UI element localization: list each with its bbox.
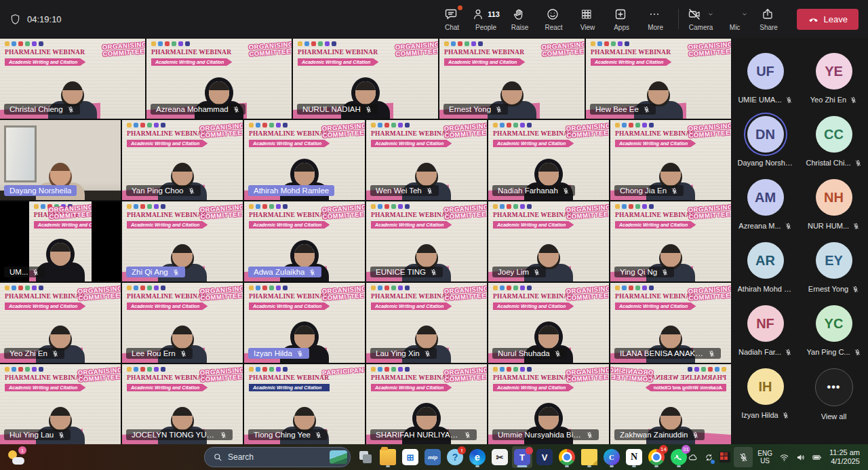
chrome-profile-icon[interactable]: 14 (646, 446, 667, 468)
people-button[interactable]: 113 People (469, 4, 503, 34)
video-tile[interactable]: PHARMALINE WEBINAR Academic Writing and … (610, 283, 731, 363)
view-all-button[interactable]: ••• View all (800, 368, 868, 420)
participant-name: Athirah Mohd R... (738, 285, 793, 293)
onedrive-tray-icon[interactable] (685, 447, 700, 467)
video-tile[interactable]: PHARMALINE WEBINAR Academic Writing and … (122, 120, 243, 200)
video-tile[interactable]: PHARMALINE WEBINAR Academic Writing and … (0, 283, 121, 363)
participant-name-pill: Wen Wei Teh (370, 185, 439, 196)
volume-tray-icon[interactable] (793, 447, 808, 467)
participant-avatar[interactable]: NF Nadiah Far... (731, 305, 800, 356)
participant-avatar[interactable]: AR Athirah Mohd R... (731, 242, 800, 293)
sync-tray-icon[interactable] (701, 447, 716, 467)
video-tile[interactable]: PHARMALINE WEBINAR Academic Writing and … (366, 120, 487, 200)
chevron-down-icon[interactable] (741, 10, 749, 18)
video-tile[interactable]: PHARMALINE WEBINAR Academic Writing and … (488, 120, 609, 200)
participant-avatar[interactable]: AM Azreana M... (731, 179, 800, 230)
video-tile[interactable]: PHARMALINE WEBINAR Academic Writing and … (439, 39, 585, 119)
camera-button[interactable]: Camera (684, 4, 718, 34)
teams-mic-muted-indicator[interactable] (734, 447, 753, 467)
video-tile[interactable]: PHARMALINE WEBINAR Academic Writing and … (610, 364, 731, 444)
leave-button[interactable]: Leave (797, 9, 859, 30)
share-button[interactable]: Share (752, 4, 786, 34)
apps-button[interactable]: Apps (605, 4, 639, 34)
chrome-icon[interactable] (557, 446, 577, 468)
video-tile[interactable]: PHARMALINE WEBINAR Academic Writing and … (122, 364, 243, 444)
taskbar-search[interactable]: Search (204, 447, 351, 467)
notion-icon[interactable]: N (624, 446, 644, 468)
mic-off-icon (661, 269, 669, 276)
participant-avatar[interactable]: YC Yan Ping C... (800, 305, 868, 356)
video-tile[interactable]: PHARMALINE WEBINAR Academic Writing and … (488, 283, 609, 363)
quick-assist-icon[interactable]: ? (445, 446, 465, 468)
task-view-button[interactable] (355, 446, 376, 468)
canva-icon[interactable]: C (601, 446, 622, 468)
mic-button[interactable]: Mic (718, 4, 752, 34)
video-tile[interactable]: PHARMALINE WEBINAR Academic Writing and … (586, 39, 731, 119)
video-tile[interactable]: PHARMALINE WEBINAR Academic Writing and … (244, 201, 365, 281)
sticky-notes-icon[interactable] (579, 446, 599, 468)
video-tile[interactable]: PHARMALINE WEBINAR Academic Writing and … (0, 39, 145, 119)
v-app-icon[interactable]: V (534, 446, 555, 468)
react-button[interactable]: React (537, 4, 571, 34)
video-tile[interactable]: PHARMALINE WEBINAR Academic Writing and … (146, 39, 292, 119)
notion-icon: N (626, 449, 642, 465)
view-button[interactable]: View (571, 4, 605, 34)
video-tile[interactable]: PHARMALINE WEBINAR Academic Writing and … (293, 39, 438, 119)
raise-button[interactable]: Raise (503, 4, 537, 34)
video-tile[interactable]: PHARMALINE WEBINAR Academic Writing and … (366, 201, 487, 281)
video-tile[interactable]: PHARMALINE WEBINAR Academic Writing and … (244, 364, 365, 444)
language-switcher[interactable]: ENG US (754, 450, 776, 465)
participant-avatar[interactable]: YE Yeo Zhi En (800, 53, 868, 104)
video-tile[interactable]: PHARMALINE WEBINAR Academic Writing and … (366, 283, 487, 363)
more-button[interactable]: More (639, 4, 673, 34)
security-tray-icon[interactable] (717, 447, 732, 467)
participant-name: NURUL NADIAH (302, 105, 361, 113)
video-tile[interactable]: PHARMALINE WEBINAR Academic Writing and … (122, 201, 243, 281)
widgets-badge: 1 (18, 446, 26, 454)
toolbar-divider (678, 9, 679, 29)
webinar-title: PHARMALINE WEBINAR (127, 212, 207, 218)
participant-avatar[interactable]: UF UMIE UMA... (731, 53, 800, 104)
battery-tray-icon[interactable] (810, 447, 825, 467)
widgets-button[interactable]: 1 (7, 449, 24, 465)
toolbar-label: View (580, 24, 595, 31)
video-grid-row: PHARMALINE WEBINAR Academic Writing and … (0, 39, 731, 119)
video-tile[interactable]: PHARMALINE WEBINAR Academic Writing and … (488, 364, 609, 444)
participant-avatar[interactable]: EY Ernest Yong (800, 242, 868, 293)
wifi-tray-icon[interactable] (777, 447, 792, 467)
start-button[interactable] (179, 446, 199, 468)
video-tile[interactable]: PHARMALINE WEBINAR Academic Writing and … (244, 283, 365, 363)
participant-name-pill: Ernest Yong (443, 104, 508, 115)
video-tile[interactable]: PHARMALINE WEBINAR Academic Writing and … (244, 120, 365, 200)
chat-button[interactable]: Chat (435, 4, 469, 34)
mic-off-icon (220, 431, 227, 439)
chevron-down-icon[interactable] (707, 10, 715, 18)
video-tile[interactable]: PHARMALINE WEBINAR Academic Writing and … (610, 120, 731, 200)
committee-label: ORGANISING COMMITTEE (566, 123, 607, 139)
mic-off-icon (738, 452, 749, 463)
mlp-app-icon[interactable]: mlp (422, 446, 443, 468)
video-tile[interactable]: PHARMALINE WEBINAR Academic Writing and … (366, 364, 487, 444)
video-tile[interactable]: PHARMALINE WEBINAR Academic Writing and … (488, 201, 609, 281)
participant-avatar[interactable]: IH Izyan Hilda (731, 368, 800, 420)
tray-chevron-up[interactable] (669, 447, 684, 467)
participant-name-pill: Ummie Nursyahida Bin... (492, 429, 599, 440)
edge-icon[interactable]: e (467, 446, 488, 468)
microsoft-store-icon[interactable]: ⊞ (400, 446, 420, 468)
taskbar-clock[interactable]: 11:25 am 4/1/2025 (826, 448, 865, 466)
video-tile[interactable]: PHARMALINE WEBINAR Academic Writing and … (122, 283, 243, 363)
video-tile[interactable]: PHARMALINE WEBINAR Academic Writing and … (0, 364, 121, 444)
participant-avatar[interactable]: DN Dayang Norshe... (731, 116, 800, 167)
committee-label: ORGANISING COMMITTEE (199, 204, 241, 220)
video-tile[interactable]: PHARMALINE WEBINAR Academic Writing and … (0, 120, 121, 200)
webinar-logos (249, 286, 288, 290)
snipping-tool-icon[interactable]: ✂ (490, 446, 510, 468)
teams-icon[interactable]: T (512, 446, 532, 468)
participant-avatar[interactable]: CC Christal Chi... (800, 116, 868, 167)
participant-name: Azreana M... (738, 222, 781, 230)
file-explorer-icon[interactable] (378, 446, 398, 468)
participant-avatar[interactable]: NH NUR HUM... (800, 179, 868, 230)
participant-name: View all (821, 412, 847, 420)
video-tile[interactable]: PHARMALINE WEBINAR Academic Writing and … (0, 201, 121, 281)
video-tile[interactable]: PHARMALINE WEBINAR Academic Writing and … (610, 201, 731, 281)
